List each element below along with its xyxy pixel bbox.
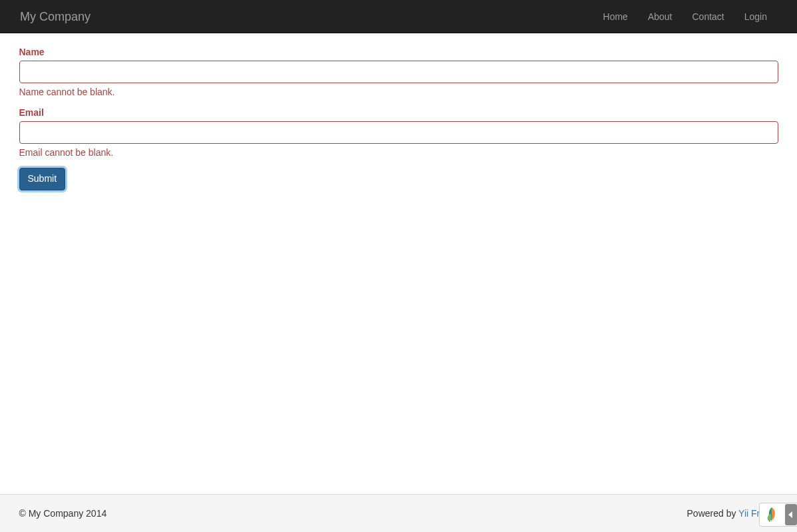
email-label: Email <box>19 107 44 118</box>
nav-link-login[interactable]: Login <box>734 0 777 33</box>
form-group-submit: Submit <box>19 168 778 190</box>
form-group-email: Email Email cannot be blank. <box>19 107 778 158</box>
name-error: Name cannot be blank. <box>19 87 778 97</box>
nav-link-about[interactable]: About <box>638 0 682 33</box>
email-error: Email cannot be blank. <box>19 147 778 158</box>
email-input[interactable] <box>19 121 778 144</box>
name-input[interactable] <box>19 61 778 83</box>
footer: © My Company 2014 Powered by Yii Frame <box>0 494 797 532</box>
debug-toggle-icon[interactable] <box>785 504 797 525</box>
navbar: My Company Home About Contact Login <box>0 0 797 33</box>
footer-copyright: © My Company 2014 <box>19 508 107 519</box>
yii-logo-icon <box>762 505 781 524</box>
main-content: Name Name cannot be blank. Email Email c… <box>9 33 788 494</box>
nav-link-contact[interactable]: Contact <box>682 0 734 33</box>
yii-debug-toolbar[interactable] <box>759 503 797 527</box>
navbar-brand[interactable]: My Company <box>20 0 91 33</box>
entry-form: Name Name cannot be blank. Email Email c… <box>19 47 778 190</box>
navbar-nav: Home About Contact Login <box>593 0 777 33</box>
nav-link-home[interactable]: Home <box>593 0 638 33</box>
submit-button[interactable]: Submit <box>19 168 66 190</box>
form-group-name: Name Name cannot be blank. <box>19 47 778 97</box>
powered-prefix: Powered by <box>687 508 739 519</box>
name-label: Name <box>19 47 45 57</box>
